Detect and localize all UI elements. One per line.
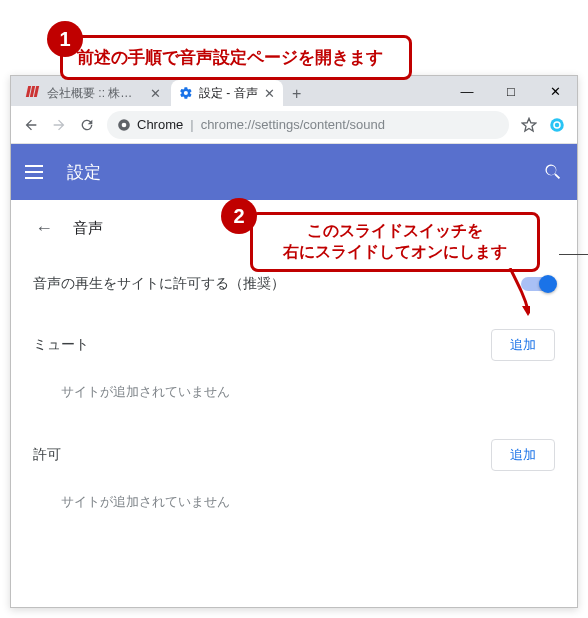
callout-2-line1: このスライドスイッチを — [265, 221, 525, 242]
omnibox[interactable]: Chrome | chrome://settings/content/sound — [107, 111, 509, 139]
callout-2-box: このスライドスイッチを 右にスライドしてオンにします — [250, 212, 540, 272]
settings-header: 設定 — [11, 144, 577, 200]
allow-title: 許可 — [33, 446, 61, 464]
browser-window: 会社概要 :: 株式会社… ✕ 設定 - 音声 ✕ + — □ ✕ — [10, 75, 578, 608]
mute-empty-text: サイトが追加されていません — [33, 367, 555, 421]
section-back-arrow-icon[interactable]: ← — [35, 218, 53, 239]
allow-group-header: 許可 追加 — [33, 421, 555, 477]
maximize-button[interactable]: □ — [489, 76, 533, 106]
omnibox-host: Chrome — [137, 117, 183, 132]
tab-inactive[interactable]: 会社概要 :: 株式会社… ✕ — [19, 80, 169, 106]
callout-1-badge: 1 — [47, 21, 83, 57]
bookmark-star-icon[interactable] — [515, 111, 543, 139]
chrome-icon — [117, 118, 131, 132]
tab-favicon-company — [27, 86, 41, 100]
forward-button[interactable] — [45, 111, 73, 139]
hamburger-menu-icon[interactable] — [25, 165, 49, 179]
close-window-button[interactable]: ✕ — [533, 76, 577, 106]
window-controls: — □ ✕ — [445, 76, 577, 106]
tab-title-inactive: 会社概要 :: 株式会社… — [47, 85, 144, 102]
tab-title-active: 設定 - 音声 — [199, 85, 258, 102]
allow-sound-label: 音声の再生をサイトに許可する（推奨） — [33, 275, 285, 293]
omnibox-separator: | — [190, 117, 193, 132]
callout-2-badge: 2 — [221, 198, 257, 234]
omnibox-path: chrome://settings/content/sound — [201, 117, 385, 132]
tab-strip: 会社概要 :: 株式会社… ✕ 設定 - 音声 ✕ + — [11, 76, 445, 106]
toggle-knob — [539, 275, 557, 293]
callout-2: このスライドスイッチを 右にスライドしてオンにします — [250, 212, 540, 272]
new-tab-button[interactable]: + — [285, 82, 309, 106]
svg-point-2 — [122, 122, 127, 127]
allow-add-button[interactable]: 追加 — [491, 439, 555, 471]
svg-marker-0 — [522, 306, 530, 316]
reload-button[interactable] — [73, 111, 101, 139]
titlebar: 会社概要 :: 株式会社… ✕ 設定 - 音声 ✕ + — □ ✕ — [11, 76, 577, 106]
divider — [559, 254, 588, 255]
settings-header-title: 設定 — [67, 161, 101, 184]
svg-point-5 — [555, 122, 560, 127]
section-title: 音声 — [73, 219, 103, 238]
callout-1: 前述の手順で音声設定ページを開きます — [60, 35, 412, 80]
callout-1-text: 前述の手順で音声設定ページを開きます — [60, 35, 412, 80]
back-button[interactable] — [17, 111, 45, 139]
mute-group-header: ミュート 追加 — [33, 311, 555, 367]
search-icon[interactable] — [543, 162, 563, 182]
minimize-button[interactable]: — — [445, 76, 489, 106]
mute-title: ミュート — [33, 336, 89, 354]
gear-icon — [179, 86, 193, 100]
tab-close-inactive[interactable]: ✕ — [150, 86, 161, 101]
extension-icon[interactable] — [543, 111, 571, 139]
address-bar: Chrome | chrome://settings/content/sound — [11, 106, 577, 144]
tab-close-active[interactable]: ✕ — [264, 86, 275, 101]
tab-active[interactable]: 設定 - 音声 ✕ — [171, 80, 283, 106]
callout-2-line2: 右にスライドしてオンにします — [265, 242, 525, 263]
mute-add-button[interactable]: 追加 — [491, 329, 555, 361]
callout-2-arrow-icon — [250, 268, 530, 318]
allow-empty-text: サイトが追加されていません — [33, 477, 555, 531]
